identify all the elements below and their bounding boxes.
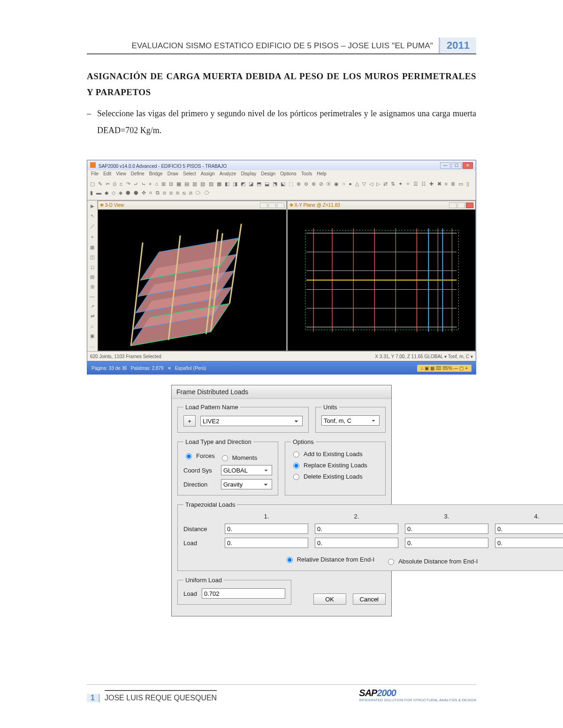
sap-sidetoolbar[interactable]: ▶ ↖ ／ ⌖ ▦ ◫ ◻ ▤ ⊞ — ↗ ⇄ ⌂ ▣ … xyxy=(87,201,98,351)
tool-icon[interactable]: … xyxy=(90,343,95,348)
taskbar-proofing-icon[interactable]: ✕ xyxy=(167,366,171,371)
tool-icon[interactable]: ⌂ xyxy=(91,323,93,329)
tool-icon[interactable]: ⇄ xyxy=(91,314,94,319)
tool-icon[interactable]: ◻ xyxy=(91,264,94,270)
menu-help[interactable]: Help xyxy=(317,171,327,177)
trap-load-3[interactable] xyxy=(405,538,488,548)
menu-bridge[interactable]: Bridge xyxy=(149,171,163,177)
sap-toolbars[interactable]: ▢ ✎ ✂ ⎙ ⎌ ↷ ⤾ ⤿ ⌖ ⌂ ⊞ ⊟ ▦ ▤ ▥ ▧ ▨ ▩ ◧ ◨ … xyxy=(87,178,476,200)
radio-forces[interactable] xyxy=(186,453,192,459)
section-title: ASIGNACIÓN DE CARGA MUERTA DEBIDA AL PES… xyxy=(87,68,476,100)
cancel-button[interactable]: Cancel xyxy=(353,593,386,605)
sap-window: SAP2000 v14.0.0 Advanced - EDIFICIO 5 PI… xyxy=(87,160,476,361)
menu-display[interactable]: Display xyxy=(241,171,256,177)
view-max-icon[interactable] xyxy=(457,203,465,208)
status-coords-units: X 3.31, Y 7.00, Z 11.65 GLOBAL ▾ Tonf, m… xyxy=(375,354,473,359)
trap-col-4: 4. xyxy=(495,513,563,520)
label-absolute: Absolute Distance from End-I xyxy=(398,558,478,565)
radio-replace-loads[interactable] xyxy=(293,463,299,469)
units-select[interactable]: Tonf, m, C xyxy=(321,415,380,426)
legend-load-pattern: Load Pattern Name xyxy=(183,404,240,411)
trap-distance-2[interactable] xyxy=(315,524,398,534)
legend-options: Options xyxy=(291,438,316,445)
tool-icon[interactable]: ⌖ xyxy=(91,234,94,240)
view-restore-icon[interactable] xyxy=(277,203,284,208)
menu-select[interactable]: Select xyxy=(183,171,196,177)
label-delete-loads: Delete Existing Loads xyxy=(304,473,363,480)
sap2000-logo: SAP2000 INTEGRATED SOLUTION FOR STRUCTUR… xyxy=(359,688,476,702)
sap-menubar: File Edit View Define Bridge Draw Select… xyxy=(87,170,476,178)
legend-load-type: Load Type and Direction xyxy=(183,438,253,445)
tool-icon[interactable]: ▦ xyxy=(90,245,94,250)
label-trap-load: Load xyxy=(183,540,218,547)
tool-icon[interactable]: — xyxy=(90,294,95,299)
add-pattern-button[interactable]: + xyxy=(183,415,196,427)
trap-load-4[interactable] xyxy=(495,538,563,548)
menu-options[interactable]: Options xyxy=(280,171,296,177)
menu-define[interactable]: Define xyxy=(131,171,145,177)
group-units: Units Tonf, m, C xyxy=(315,404,386,433)
tool-icon[interactable]: ▣ xyxy=(90,333,94,338)
menu-view[interactable]: View xyxy=(116,171,126,177)
label-uniform-load: Load xyxy=(183,590,197,597)
tool-icon[interactable]: ▤ xyxy=(90,274,94,279)
radio-relative-distance[interactable] xyxy=(287,557,293,563)
window-close[interactable]: ✕ xyxy=(463,162,473,169)
load-pattern-select[interactable]: LIVE2 xyxy=(200,416,303,426)
menu-assign[interactable]: Assign xyxy=(201,171,215,177)
menu-edit[interactable]: Edit xyxy=(103,171,111,177)
label-forces: Forces xyxy=(196,452,215,459)
legend-trapezoidal: Trapezoidal Loads xyxy=(183,501,237,508)
tool-icon[interactable]: ◫ xyxy=(90,255,94,260)
tool-icon[interactable]: ／ xyxy=(90,223,95,230)
window-maximize[interactable]: ☐ xyxy=(451,162,462,169)
coord-sys-select[interactable]: GLOBAL xyxy=(221,465,272,475)
direction-select[interactable]: Gravity xyxy=(221,479,272,489)
sap-view-plan[interactable]: ✱ X-Y Plane @ Z=11.83 xyxy=(287,201,476,351)
sap-view-3d-title: 3-D View xyxy=(105,203,124,208)
view-min-icon[interactable] xyxy=(449,203,456,208)
trap-load-1[interactable] xyxy=(225,538,308,548)
view-min-icon[interactable] xyxy=(260,203,267,208)
frame-distributed-loads-dialog: Frame Distributed Loads Load Pattern Nam… xyxy=(171,385,392,616)
page-number: 1 xyxy=(87,694,100,702)
radio-delete-loads[interactable] xyxy=(293,474,299,480)
page-footer: 1 JOSE LUIS REQUE QUESQUEN SAP2000 INTEG… xyxy=(87,684,476,702)
view-max-icon[interactable] xyxy=(268,203,276,208)
uniform-load-input[interactable] xyxy=(202,588,285,599)
menu-tools[interactable]: Tools xyxy=(301,171,312,177)
radio-add-loads[interactable] xyxy=(293,451,299,458)
tool-icon[interactable]: ⊞ xyxy=(91,284,94,289)
trap-col-2: 2. xyxy=(315,513,398,520)
trap-load-2[interactable] xyxy=(315,538,398,548)
group-options: Options Add to Existing Loads Replace Ex… xyxy=(285,438,386,495)
running-head-title: EVALUACION SISMO ESTATICO EDIFICIO DE 5 … xyxy=(87,38,439,53)
tool-icon[interactable]: ▶ xyxy=(91,203,94,209)
menu-design[interactable]: Design xyxy=(261,171,275,177)
trap-col-3: 3. xyxy=(405,513,488,520)
label-moments: Moments xyxy=(232,454,257,461)
view-close-icon[interactable] xyxy=(466,203,473,208)
tool-icon[interactable]: ↗ xyxy=(91,304,94,309)
trap-distance-1[interactable] xyxy=(225,524,308,534)
menu-file[interactable]: File xyxy=(91,171,99,177)
trap-distance-4[interactable] xyxy=(495,524,563,534)
taskbar-lang[interactable]: Español (Perú) xyxy=(175,366,206,371)
taskbar-tray[interactable]: ⌂ ▣ ▦ ⌧ 85% — ▢ + xyxy=(417,365,472,372)
group-uniform: Uniform Load Load xyxy=(177,577,291,605)
body-bullet-1: Seleccione las vigas del primero y segun… xyxy=(87,105,476,139)
menu-analyze[interactable]: Analyze xyxy=(220,171,236,177)
radio-moments[interactable] xyxy=(222,455,228,461)
window-minimize[interactable]: — xyxy=(440,162,450,169)
sap-view-plan-title: X-Y Plane @ Z=11.83 xyxy=(294,203,340,208)
trap-distance-3[interactable] xyxy=(405,524,488,534)
svg-line-8 xyxy=(229,224,241,303)
radio-absolute-distance[interactable] xyxy=(388,559,394,565)
sap-view-3d[interactable]: ✱ 3-D View xyxy=(98,201,287,351)
menu-draw[interactable]: Draw xyxy=(167,171,178,177)
sap-workarea: ▶ ↖ ／ ⌖ ▦ ◫ ◻ ▤ ⊞ — ↗ ⇄ ⌂ ▣ … ✱ 3-D View xyxy=(87,200,476,352)
ok-button[interactable]: OK xyxy=(313,593,346,605)
legend-units: Units xyxy=(321,404,339,411)
taskbar-words: Palabras: 2,879 xyxy=(131,366,164,371)
tool-icon[interactable]: ↖ xyxy=(91,213,94,218)
